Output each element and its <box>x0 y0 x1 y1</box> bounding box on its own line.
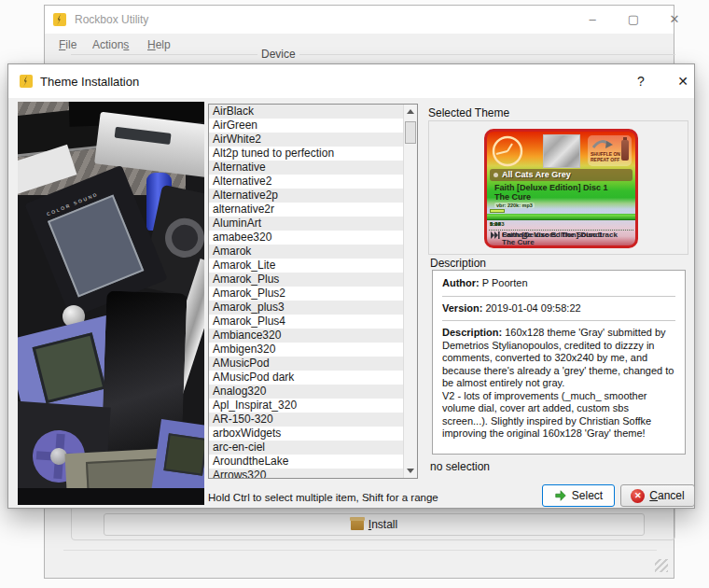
theme-list-rows: AirBlackAirGreenAirWhite2Alt2p tuned to … <box>209 105 404 479</box>
menu-help[interactable]: Help <box>147 38 171 51</box>
theme-list-item[interactable]: Amarok_plus3 <box>209 301 404 315</box>
resize-grip[interactable] <box>655 559 668 572</box>
repeat-status: REPEAT OFF <box>591 157 619 162</box>
theme-list-item[interactable]: AirBlack <box>209 105 404 119</box>
theme-list-item[interactable]: Alternative <box>209 161 404 175</box>
theme-list-item[interactable]: Analog320 <box>209 385 404 399</box>
cancel-x-icon: ✕ <box>631 489 645 503</box>
select-button-label: Select <box>572 489 603 502</box>
scroll-down-icon[interactable] <box>404 464 417 478</box>
shuffle-icon <box>591 138 614 150</box>
theme-list-item[interactable]: Alt2p tuned to perfection <box>209 147 404 161</box>
theme-list-item[interactable]: Ambiance320 <box>209 329 404 343</box>
theme-list-item[interactable]: AirGreen <box>209 119 404 133</box>
maximize-icon[interactable]: ▢ <box>618 6 649 34</box>
theme-list-item[interactable]: Amarok_Plus <box>209 273 404 287</box>
theme-list-item[interactable]: amabee320 <box>209 231 404 245</box>
album-title: Faith [Deluxe Edition] Disc 1 <box>494 183 608 192</box>
theme-list-item[interactable]: AluminArt <box>209 217 404 231</box>
time-total: 5:04 <box>490 221 501 227</box>
codec-info: vbr: 220k: mp3 <box>494 203 535 208</box>
volume-indicator <box>490 209 505 213</box>
description-body: Description: 160x128 theme 'Gray' submit… <box>442 327 675 441</box>
theme-list-item[interactable]: Amarok_Plus2 <box>209 287 404 301</box>
theme-list-item[interactable]: AMusicPod <box>209 357 404 371</box>
theme-list-item[interactable]: Amarok_Lite <box>209 259 404 273</box>
description-box: Author: P Poorten Version: 2019-01-04 09… <box>432 270 686 455</box>
bottom-divider <box>63 550 657 551</box>
selected-theme-label: Selected Theme <box>428 106 509 119</box>
theme-list-item[interactable]: AMusicPod dark <box>209 371 404 385</box>
close-icon[interactable]: ✕ <box>671 64 695 98</box>
theme-photo: COLOR SOUND <box>18 102 204 505</box>
artist-name: The Cure <box>494 192 531 202</box>
theme-list-scrollbar[interactable] <box>403 105 417 478</box>
device-groupbox-border <box>71 54 675 55</box>
selected-theme-groupbox: SHUFFLE ON REPEAT OFF All Cats Are Grey … <box>428 120 688 255</box>
now-playing-title: All Cats Are Grey <box>502 169 571 181</box>
cancel-button-label: Cancel <box>649 489 684 502</box>
speaker-icon <box>494 173 498 177</box>
device-group-label: Device <box>257 48 299 61</box>
theme-list-item[interactable]: arc-en-ciel <box>209 441 404 455</box>
album-art <box>543 134 580 168</box>
selection-status: no selection <box>430 460 490 473</box>
select-button[interactable]: Select <box>542 484 615 507</box>
menu-actions[interactable]: Actions <box>92 38 129 51</box>
install-button-label: Install <box>368 518 397 531</box>
install-button[interactable]: Install <box>104 513 645 536</box>
battery-icon <box>621 140 629 161</box>
rockbox-logo-icon <box>52 12 67 27</box>
theme-preview-image: SHUFFLE ON REPEAT OFF All Cats Are Grey … <box>484 129 638 248</box>
theme-installation-dialog: Theme Installation ? ✕ COLOR SOUND <box>7 63 695 509</box>
theme-list[interactable]: AirBlackAirGreenAirWhite2Alt2p tuned to … <box>208 104 418 479</box>
multiselect-hint: Hold Ctrl to select multiple item, Shift… <box>208 492 438 503</box>
theme-list-item[interactable]: Alternative2p <box>209 189 404 203</box>
author-row: Author: P Poorten <box>442 277 675 290</box>
cancel-button[interactable]: ✕ Cancel <box>620 484 695 507</box>
status-indicator-box: SHUFFLE ON REPEAT OFF <box>588 135 632 166</box>
theme-list-item[interactable]: Amarok_Plus4 <box>209 315 404 329</box>
menu-file[interactable]: File <box>59 38 76 51</box>
dialog-title: Theme Installation <box>40 75 139 89</box>
progress-bar <box>487 214 635 220</box>
minimize-icon[interactable]: – <box>577 6 608 34</box>
rockbox-logo-icon <box>19 74 34 89</box>
theme-list-item[interactable]: Ambigen320 <box>209 343 404 357</box>
bg-window-titlebar: Rockbox Utility – ▢ ✕ <box>45 6 674 34</box>
clock-icon <box>492 135 523 167</box>
help-icon[interactable]: ? <box>629 64 653 98</box>
scroll-up-icon[interactable] <box>404 105 417 119</box>
theme-list-item[interactable]: AroundtheLake <box>209 455 404 469</box>
bg-window-title: Rockbox Utility <box>75 13 148 26</box>
version-row: Version: 2019-01-04 09:58:22 <box>442 302 675 315</box>
screen: Rockbox Utility – ▢ ✕ File Actions Help … <box>0 0 709 588</box>
package-icon <box>351 520 364 530</box>
theme-list-item[interactable]: arboxWidgets <box>209 427 404 441</box>
scrollbar-thumb[interactable] <box>405 121 416 144</box>
green-arrow-icon <box>554 489 567 502</box>
theme-list-item[interactable]: Alternative2 <box>209 175 404 189</box>
close-icon[interactable]: ✕ <box>659 6 690 34</box>
now-playing-bar: All Cats Are Grey <box>490 169 633 181</box>
next-track-info: Carnage Visors: The Soundtrack Faith [De… <box>491 231 633 245</box>
theme-list-item[interactable]: AirWhite2 <box>209 133 404 147</box>
theme-list-item[interactable]: Amarok <box>209 245 404 259</box>
theme-list-item[interactable]: AR-150-320 <box>209 413 404 427</box>
theme-list-item[interactable]: Apl_Inspirat_320 <box>209 399 404 413</box>
dialog-titlebar: Theme Installation ? ✕ <box>8 64 694 98</box>
theme-list-item[interactable]: Arrows320 <box>209 469 404 479</box>
description-label: Description <box>430 257 486 270</box>
theme-list-item[interactable]: alternative2r <box>209 203 404 217</box>
next-track-artist: The Cure <box>491 239 633 246</box>
